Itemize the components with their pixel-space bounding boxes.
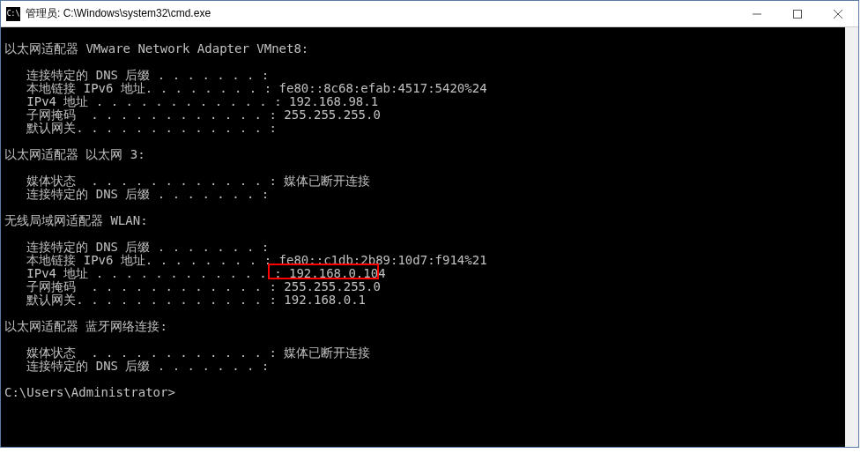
maximize-icon <box>793 10 802 19</box>
minimize-button[interactable] <box>737 1 777 26</box>
adapter-header: 以太网适配器 蓝牙网络连接: <box>4 320 843 333</box>
adapter-header: 以太网适配器 VMware Network Adapter VMnet8: <box>4 42 843 56</box>
maximize-button[interactable] <box>777 1 818 26</box>
output-line: IPv4 地址 . . . . . . . . . . . . : 192.16… <box>4 267 843 280</box>
window-controls <box>737 1 858 26</box>
prompt-line[interactable]: C:\Users\Administrator> <box>4 386 843 399</box>
close-icon <box>834 10 842 19</box>
output-line: 媒体状态 . . . . . . . . . . . . : 媒体已断开连接 <box>4 175 843 188</box>
titlebar[interactable]: C:\ 管理员: C:\Windows\system32\cmd.exe <box>1 1 858 27</box>
output-line: 连接特定的 DNS 后缀 . . . . . . . : <box>4 69 843 82</box>
output-line: 媒体状态 . . . . . . . . . . . . : 媒体已断开连接 <box>4 346 843 360</box>
output-line: 子网掩码 . . . . . . . . . . . . : 255.255.2… <box>4 280 843 293</box>
svg-rect-1 <box>794 10 802 18</box>
output-line: IPv4 地址 . . . . . . . . . . . . : 192.16… <box>4 95 843 108</box>
output-line: 连接特定的 DNS 后缀 . . . . . . . : <box>4 360 843 373</box>
cmd-window: C:\ 管理员: C:\Windows\system32\cmd.exe 以太网… <box>0 0 859 448</box>
cmd-icon-text: C:\ <box>7 11 19 18</box>
adapter-header: 以太网适配器 以太网 3: <box>4 148 843 161</box>
close-button[interactable] <box>818 1 858 26</box>
window-title: 管理员: C:\Windows\system32\cmd.exe <box>26 6 737 21</box>
highlighted-ip: 192.168.0.104 <box>289 266 386 280</box>
output-line: 子网掩码 . . . . . . . . . . . . : 255.255.2… <box>4 108 843 122</box>
cmd-icon: C:\ <box>6 7 20 21</box>
terminal-area[interactable]: 以太网适配器 VMware Network Adapter VMnet8: 连接… <box>1 27 847 447</box>
minimize-icon <box>753 10 761 19</box>
output-line: 连接特定的 DNS 后缀 . . . . . . . : <box>4 241 843 254</box>
adapter-header: 无线局域网适配器 WLAN: <box>4 214 843 227</box>
output-line: 本地链接 IPv6 地址. . . . . . . . : fe80::c1db… <box>4 254 843 267</box>
output-line: 本地链接 IPv6 地址. . . . . . . . : fe80::8c68… <box>4 82 843 95</box>
output-line: 连接特定的 DNS 后缀 . . . . . . . : <box>4 188 843 201</box>
output-line: 默认网关. . . . . . . . . . . . . : 192.168.… <box>4 293 843 307</box>
output-line: 默认网关. . . . . . . . . . . . . : <box>4 122 843 135</box>
vertical-scrollbar[interactable] <box>845 27 858 447</box>
